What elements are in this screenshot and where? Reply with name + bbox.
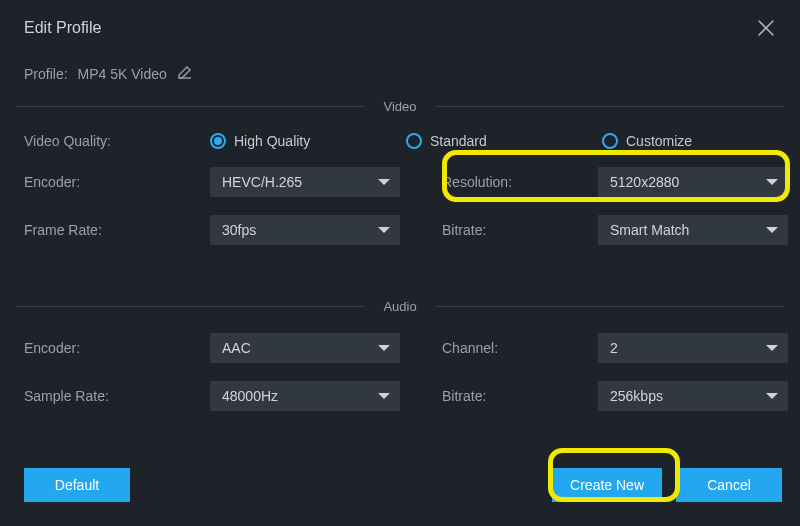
window-title: Edit Profile [24,19,101,37]
select-value: 30fps [222,222,256,238]
radio-icon [406,133,422,149]
select-value: 2 [610,340,618,356]
audio-encoder-label: Encoder: [24,340,204,356]
audio-bitrate-label: Bitrate: [442,388,592,404]
radio-high-quality[interactable]: High Quality [210,133,406,149]
default-button[interactable]: Default [24,468,130,502]
cancel-button[interactable]: Cancel [676,468,782,502]
chevron-down-icon [766,179,778,185]
video-section-header: Video [16,97,784,115]
chevron-down-icon [766,393,778,399]
sample-rate-select[interactable]: 48000Hz [210,381,400,411]
video-quality-label: Video Quality: [24,133,204,149]
radio-label: Standard [430,133,487,149]
select-value: 256kbps [610,388,663,404]
edit-profile-icon[interactable] [177,64,193,83]
chevron-down-icon [766,227,778,233]
chevron-down-icon [378,179,390,185]
chevron-down-icon [378,345,390,351]
chevron-down-icon [766,345,778,351]
profile-label: Profile: [24,66,68,82]
audio-section-header: Audio [16,297,784,315]
channel-select[interactable]: 2 [598,333,788,363]
video-encoder-label: Encoder: [24,174,204,190]
sample-rate-label: Sample Rate: [24,388,204,404]
select-value: AAC [222,340,251,356]
radio-icon [210,133,226,149]
frame-rate-select[interactable]: 30fps [210,215,400,245]
video-bitrate-label: Bitrate: [442,222,592,238]
create-new-button[interactable]: Create New [552,468,662,502]
select-value: 5120x2880 [610,174,679,190]
select-value: Smart Match [610,222,689,238]
select-value: 48000Hz [222,388,278,404]
video-bitrate-select[interactable]: Smart Match [598,215,788,245]
channel-label: Channel: [442,340,592,356]
resolution-label: Resolution: [442,174,592,190]
audio-encoder-select[interactable]: AAC [210,333,400,363]
select-value: HEVC/H.265 [222,174,302,190]
resolution-select[interactable]: 5120x2880 [598,167,788,197]
radio-label: High Quality [234,133,310,149]
profile-name: MP4 5K Video [78,66,167,82]
close-icon[interactable] [752,14,780,42]
video-encoder-select[interactable]: HEVC/H.265 [210,167,400,197]
radio-customize[interactable]: Customize [602,133,692,149]
radio-label: Customize [626,133,692,149]
radio-icon [602,133,618,149]
radio-standard[interactable]: Standard [406,133,602,149]
chevron-down-icon [378,393,390,399]
frame-rate-label: Frame Rate: [24,222,204,238]
audio-bitrate-select[interactable]: 256kbps [598,381,788,411]
chevron-down-icon [378,227,390,233]
